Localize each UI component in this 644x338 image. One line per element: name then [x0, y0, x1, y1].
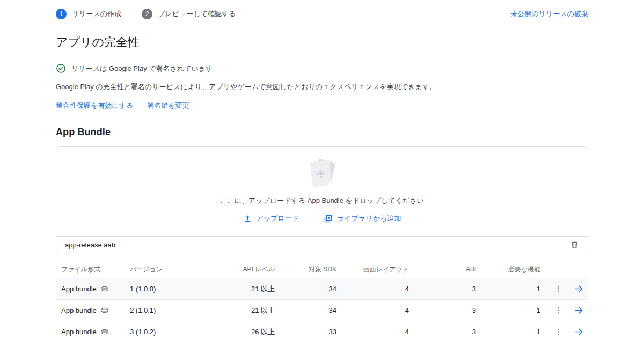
table-row[interactable]: App bundle 2 (1.0.1) 21 以上 34 4 3 1: [56, 299, 588, 321]
arrow-right-icon: [574, 305, 584, 315]
cell-file-type: App bundle: [56, 328, 125, 336]
cell-target-sdk: 34: [281, 306, 343, 314]
upload-button-label: アップロード: [257, 214, 299, 223]
step-1-create-release[interactable]: 1 リリースの作成: [56, 9, 121, 19]
step-2-number: 2: [142, 9, 152, 19]
cell-target-sdk: 33: [281, 328, 343, 336]
change-signing-key-link[interactable]: 署名鍵を変更: [147, 101, 189, 111]
cell-abi: 3: [415, 306, 482, 314]
cell-required-features: 1: [482, 306, 547, 314]
cell-version: 3 (1.0.2): [125, 328, 226, 336]
col-header-file-type: ファイル形式: [56, 265, 125, 274]
check-circle-icon: [56, 63, 66, 74]
row-menu-button[interactable]: [553, 284, 564, 294]
cell-screen-layouts: 4: [343, 306, 415, 314]
kebab-menu-icon: [554, 306, 562, 314]
upload-icon: [243, 214, 252, 223]
app-bundle-badge-icon: [100, 307, 109, 314]
cell-abi: 3: [415, 328, 482, 336]
table-row[interactable]: App bundle 1 (1.0.0) 21 以上 34 4 3 1: [56, 278, 588, 299]
discard-unpublished-release-link[interactable]: 未公開のリリースの破棄: [510, 9, 588, 19]
signed-status-text: リリースは Google Play で署名されています: [71, 64, 213, 74]
trash-icon: [570, 240, 579, 249]
cell-api-level: 21 以上: [226, 284, 281, 294]
cell-required-features: 1: [482, 328, 547, 336]
page-fold-corner: [326, 180, 332, 186]
drop-zone-text: ここに、アップロードする App Bundle をドロップしてください: [56, 196, 588, 205]
col-header-required-features: 必要な機能: [482, 265, 547, 274]
cell-target-sdk: 34: [281, 285, 343, 293]
cell-screen-layouts: 4: [343, 328, 415, 336]
signed-status-row: リリースは Google Play で署名されています: [56, 63, 588, 74]
cell-file-type: App bundle: [56, 306, 125, 314]
app-bundle-badge-icon: [100, 285, 109, 292]
uploaded-file-row: app-release.aab: [56, 236, 588, 253]
app-bundle-upload-card: ここに、アップロードする App Bundle をドロップしてください アップロ…: [56, 146, 588, 253]
file-stack-front-page: [310, 160, 332, 187]
cell-required-features: 1: [482, 285, 547, 293]
bundle-table: ファイル形式 バージョン API レベル 対象 SDK 画面レイアウト ABI …: [56, 261, 588, 338]
arrow-right-icon: [574, 284, 584, 294]
app-bundle-heading: App Bundle: [56, 127, 588, 138]
file-stack-icon: [307, 159, 337, 189]
col-header-screen-layouts: 画面レイアウト: [343, 265, 415, 274]
app-bundle-drop-zone[interactable]: ここに、アップロードする App Bundle をドロップしてください アップロ…: [56, 147, 588, 236]
cell-api-level: 21 以上: [226, 306, 281, 315]
drop-zone-actions: アップロード ライブラリから追加: [56, 214, 588, 223]
library-button-label: ライブラリから追加: [337, 214, 401, 223]
row-menu-button[interactable]: [553, 305, 564, 315]
step-1-label: リリースの作成: [72, 9, 121, 19]
bundle-table-header: ファイル形式 バージョン API レベル 対象 SDK 画面レイアウト ABI …: [56, 261, 588, 278]
col-header-target-sdk: 対象 SDK: [281, 265, 343, 274]
col-header-abi: ABI: [415, 266, 482, 273]
col-header-version: バージョン: [125, 265, 226, 274]
step-1-number: 1: [56, 9, 67, 19]
integrity-description: Google Play の完全性と署名のサービスにより、アプリやゲームで意図した…: [56, 82, 588, 92]
file-type-label: App bundle: [61, 285, 97, 293]
step-2-preview-confirm[interactable]: 2 プレビューして確認する: [142, 9, 236, 19]
cell-abi: 3: [415, 285, 482, 293]
add-from-library-button[interactable]: ライブラリから追加: [324, 214, 401, 223]
upload-button[interactable]: アップロード: [243, 214, 299, 223]
row-details-button[interactable]: [573, 304, 585, 317]
row-menu-button[interactable]: [553, 327, 564, 337]
stepper-steps: 1 リリースの作成 2 プレビューして確認する: [56, 9, 236, 19]
library-add-icon: [324, 214, 333, 223]
cell-api-level: 26 以上: [226, 327, 281, 337]
kebab-menu-icon: [554, 328, 562, 336]
row-details-button[interactable]: [573, 326, 585, 338]
row-details-button[interactable]: [573, 283, 585, 295]
play-console-release-page: 1 リリースの作成 2 プレビューして確認する 未公開のリリースの破棄 アプリの…: [0, 0, 644, 338]
cell-version: 1 (1.0.0): [125, 285, 226, 293]
integrity-links: 整合性保護を有効にする 署名鍵を変更: [56, 101, 588, 111]
cell-screen-layouts: 4: [343, 285, 415, 293]
page-title: アプリの完全性: [56, 34, 588, 50]
cell-version: 2 (1.0.1): [125, 306, 226, 314]
app-bundle-glyph-icon: [314, 167, 327, 180]
table-row[interactable]: App bundle 3 (1.0.2) 26 以上 33 4 3 1: [56, 321, 588, 338]
arrow-right-icon: [574, 327, 584, 337]
file-type-label: App bundle: [61, 328, 97, 336]
uploaded-file-name: app-release.aab: [65, 241, 115, 249]
app-bundle-badge-icon: [100, 328, 109, 335]
step-2-label: プレビューして確認する: [158, 9, 236, 19]
kebab-menu-icon: [554, 285, 562, 293]
step-separator: [128, 14, 135, 14]
col-header-api-level: API レベル: [226, 265, 281, 274]
enable-integrity-protection-link[interactable]: 整合性保護を有効にする: [56, 101, 133, 111]
cell-file-type: App bundle: [56, 285, 125, 293]
delete-file-button[interactable]: [569, 239, 580, 251]
release-stepper: 1 リリースの作成 2 プレビューして確認する 未公開のリリースの破棄: [56, 0, 588, 20]
file-type-label: App bundle: [61, 306, 97, 314]
